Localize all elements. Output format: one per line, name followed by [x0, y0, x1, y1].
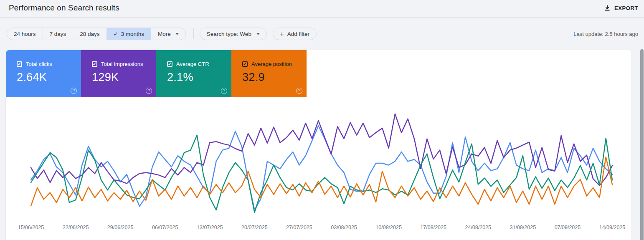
export-button[interactable]: EXPORT [604, 2, 638, 14]
metric-value: 2.1% [167, 71, 231, 84]
metric-card-average-ctr[interactable]: ✓ Average CTR 2.1% ? [156, 50, 231, 97]
x-axis-label: 10/08/2025 [370, 225, 408, 230]
plus-icon: + [280, 30, 284, 38]
metric-card-total-clicks[interactable]: ✓ Total clicks 2.64K ? [6, 50, 81, 97]
x-axis-label: 15/06/2025 [12, 225, 50, 230]
checkbox-checked-icon[interactable]: ✓ [92, 61, 97, 67]
x-axis-label: 22/06/2025 [57, 225, 94, 230]
vertical-scrollbar[interactable] [640, 49, 644, 240]
x-axis-label: 07/09/2025 [549, 225, 586, 230]
x-axis-label: 24/08/2025 [459, 225, 497, 230]
x-axis-label: 06/07/2025 [146, 225, 184, 230]
chevron-down-icon [256, 33, 260, 35]
check-icon: ✓ [114, 31, 118, 37]
line-average-ctr[interactable] [31, 135, 612, 212]
metric-label: Average position [251, 61, 292, 67]
x-axis-label: 29/06/2025 [101, 225, 139, 230]
metric-value: 2.64K [17, 71, 81, 84]
export-label: EXPORT [614, 5, 638, 11]
add-filter-label: Add filter [287, 31, 309, 37]
x-axis-label: 14/09/2025 [593, 225, 631, 230]
date-range-label: 24 hours [14, 31, 36, 37]
checkbox-checked-icon[interactable]: ✓ [167, 61, 172, 67]
filter-toolbar: 24 hours 7 days 28 days ✓ 3 months More … [7, 28, 638, 40]
checkbox-checked-icon[interactable]: ✓ [17, 61, 22, 67]
date-range-24-hours[interactable]: 24 hours [7, 28, 43, 40]
metric-value: 129K [92, 71, 156, 84]
date-range-more-menu[interactable]: More [151, 28, 185, 40]
date-range-label: 28 days [80, 31, 99, 37]
x-axis-label: 03/08/2025 [325, 225, 363, 230]
chevron-down-icon [175, 33, 179, 35]
date-range-3-months[interactable]: ✓ 3 months [107, 28, 151, 40]
date-range-label: 3 months [121, 31, 145, 37]
line-total-impressions[interactable] [31, 114, 612, 186]
metric-value: 32.9 [242, 71, 307, 84]
x-axis-label: 20/07/2025 [236, 225, 273, 230]
help-icon[interactable]: ? [296, 88, 302, 94]
metric-label: Average CTR [176, 61, 209, 67]
metric-label: Total impressions [101, 61, 143, 67]
date-range-28-days[interactable]: 28 days [73, 28, 106, 40]
search-type-label: Search type: Web [207, 31, 251, 37]
help-icon[interactable]: ? [146, 88, 152, 94]
x-axis-label: 31/08/2025 [504, 225, 542, 230]
metric-cards-row: ✓ Total clicks 2.64K ? ✓ Total impressio… [6, 50, 631, 97]
performance-line-chart[interactable] [0, 99, 644, 225]
metric-card-average-position[interactable]: ✓ Average position 32.9 ? [231, 50, 307, 97]
x-axis-label: 27/07/2025 [280, 225, 318, 230]
add-filter-chip[interactable]: + Add filter [273, 28, 317, 40]
header-divider [0, 17, 644, 18]
page-header: Performance on Search results EXPORT [0, 0, 644, 17]
date-range-control: 24 hours 7 days 28 days ✓ 3 months More [7, 28, 186, 40]
x-axis: 15/06/202522/06/202529/06/202506/07/2025… [0, 225, 644, 233]
checkbox-checked-icon[interactable]: ✓ [242, 61, 248, 67]
search-type-chip[interactable]: Search type: Web [200, 28, 267, 40]
help-icon[interactable]: ? [71, 88, 77, 94]
line-average-position[interactable] [31, 157, 612, 206]
last-update-text: Last update: 2.5 hours ago [573, 31, 638, 37]
metric-card-total-impressions[interactable]: ✓ Total impressions 129K ? [81, 50, 156, 97]
x-axis-label: 13/07/2025 [191, 225, 228, 230]
x-axis-label: 17/08/2025 [415, 225, 452, 230]
date-range-7-days[interactable]: 7 days [43, 28, 74, 40]
date-range-label: 7 days [50, 31, 66, 37]
metric-label: Total clicks [26, 61, 52, 67]
help-icon[interactable]: ? [221, 88, 227, 94]
download-icon [604, 5, 611, 11]
date-range-label: More [158, 31, 171, 37]
toolbar-divider [193, 28, 194, 39]
page-title: Performance on Search results [9, 3, 119, 13]
